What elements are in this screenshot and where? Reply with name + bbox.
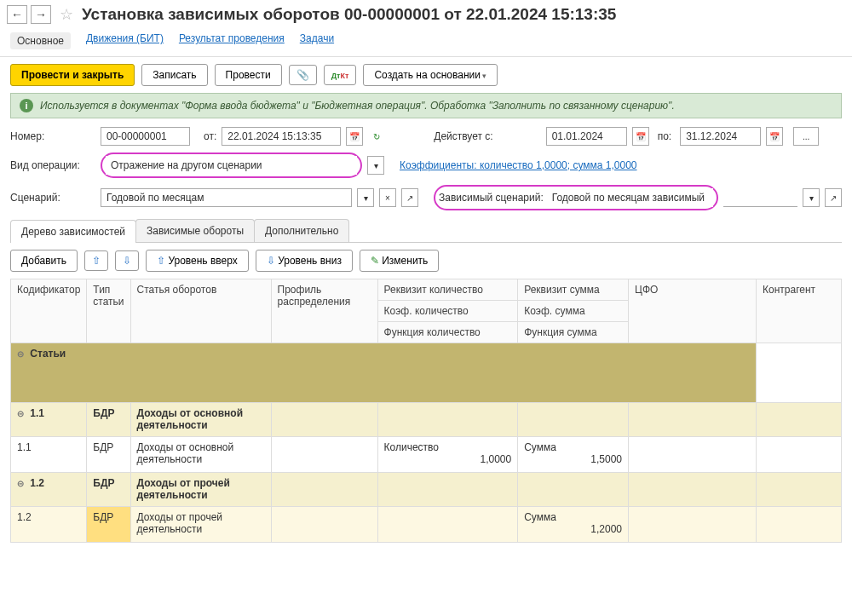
edit-row-button[interactable]: ✎ Изменить xyxy=(360,250,439,272)
level-up-button[interactable]: ⇧ Уровень вверх xyxy=(146,250,249,272)
tab-posting-result[interactable]: Результат проведения xyxy=(179,32,285,49)
collapse-icon[interactable]: ⊝ xyxy=(17,409,24,418)
save-button[interactable]: Записать xyxy=(141,64,207,86)
attach-icon-button[interactable]: 📎 xyxy=(289,65,317,85)
dependency-grid[interactable]: Кодификатор Тип статьи Статья оборотов П… xyxy=(10,279,842,543)
subtab-dependency-tree[interactable]: Дерево зависимостей xyxy=(10,220,136,243)
col-type: Тип статьи xyxy=(87,279,130,343)
calendar-icon[interactable]: 📅 xyxy=(346,127,363,146)
col-cfo: ЦФО xyxy=(629,279,757,343)
dep-scenario-input[interactable]: Годовой по месяцам зависимый xyxy=(547,188,713,207)
favorite-star-icon[interactable]: ☆ xyxy=(60,5,73,24)
subtab-additional[interactable]: Дополнительно xyxy=(254,219,349,242)
number-label: Номер: xyxy=(10,130,95,142)
op-type-input[interactable]: Отражение на другом сценарии xyxy=(106,156,357,175)
scenario-dropdown-icon[interactable]: ▾ xyxy=(357,188,374,207)
nav-back-button[interactable]: ← xyxy=(7,5,27,24)
dep-scenario-open-icon[interactable]: ↗ xyxy=(825,188,842,207)
col-contragent: Контрагент xyxy=(757,279,842,343)
dep-scenario-dropdown-icon[interactable]: ▾ xyxy=(803,188,820,207)
info-text: Используется в документах "Форма ввода б… xyxy=(40,100,675,112)
table-row[interactable]: 1.1 БДР Доходы от основной деятельности … xyxy=(11,437,842,473)
post-button[interactable]: Провести xyxy=(215,64,282,86)
group-row-articles[interactable]: ⊝ Статьи xyxy=(11,343,842,403)
nav-forward-button[interactable]: → xyxy=(31,5,51,24)
active-to-input[interactable]: 31.12.2024 xyxy=(680,127,761,146)
more-dates-button[interactable]: ... xyxy=(793,127,819,146)
date-input[interactable]: 22.01.2024 15:13:35 xyxy=(222,127,341,146)
coefficients-link[interactable]: Коэффициенты: количество 1,0000; сумма 1… xyxy=(400,159,637,171)
group-row-1-1[interactable]: ⊝ 1.1 БДР Доходы от основной деятельност… xyxy=(11,403,842,437)
post-and-close-button[interactable]: Провести и закрыть xyxy=(10,64,135,86)
scenario-label: Сценарий: xyxy=(10,192,95,204)
col-article: Статья оборотов xyxy=(130,279,271,343)
dep-scenario-label: Зависимый сценарий: xyxy=(439,192,544,204)
col-code: Кодификатор xyxy=(11,279,87,343)
col-coef-qty: Коэф. количество xyxy=(377,301,518,322)
level-down-button[interactable]: ⇩ Уровень вниз xyxy=(256,250,353,272)
info-icon: i xyxy=(20,99,33,112)
op-type-label: Вид операции: xyxy=(10,159,95,171)
tab-movements-bit[interactable]: Движения (БИТ) xyxy=(86,32,164,49)
move-up-button[interactable]: ⇧ xyxy=(84,250,108,271)
page-title: Установка зависимых оборотов 00-00000001… xyxy=(82,5,616,24)
col-req-sum: Реквизит сумма xyxy=(518,279,629,301)
col-coef-sum: Коэф. сумма xyxy=(518,301,629,322)
create-based-on-button[interactable]: Создать на основании xyxy=(363,64,498,86)
table-row[interactable]: 1.2 БДР Доходы от прочей деятельности Су… xyxy=(11,507,842,543)
calendar-from-icon[interactable]: 📅 xyxy=(632,127,649,146)
col-func-qty: Функция количество xyxy=(377,322,518,343)
active-from-label: Действует с: xyxy=(434,130,492,142)
collapse-icon[interactable]: ⊝ xyxy=(17,349,24,359)
col-profile: Профиль распределения xyxy=(271,279,377,343)
add-row-button[interactable]: Добавить xyxy=(10,250,78,272)
scenario-input[interactable]: Годовой по месяцам xyxy=(101,188,352,207)
collapse-icon[interactable]: ⊝ xyxy=(17,479,24,488)
scenario-clear-icon[interactable]: × xyxy=(379,188,396,207)
move-down-button[interactable]: ⇩ xyxy=(115,250,139,271)
refresh-icon[interactable]: ↻ xyxy=(368,127,385,146)
tab-tasks[interactable]: Задачи xyxy=(300,32,334,49)
to-label: по: xyxy=(658,130,672,142)
group-row-1-2[interactable]: ⊝ 1.2 БДР Доходы от прочей деятельности xyxy=(11,473,842,507)
active-from-input[interactable]: 01.01.2024 xyxy=(546,127,627,146)
op-type-dropdown-icon[interactable]: ▾ xyxy=(367,156,384,175)
tab-main[interactable]: Основное xyxy=(10,32,71,49)
col-req-qty: Реквизит количество xyxy=(377,279,518,301)
calendar-to-icon[interactable]: 📅 xyxy=(766,127,783,146)
info-bar: i Используется в документах "Форма ввода… xyxy=(10,93,842,118)
scenario-open-icon[interactable]: ↗ xyxy=(401,188,418,207)
from-label: от: xyxy=(204,130,216,142)
subtab-dependent-turnovers[interactable]: Зависимые обороты xyxy=(135,219,255,242)
number-input[interactable]: 00-00000001 xyxy=(101,127,190,146)
dtkt-icon-button[interactable]: ДтКт xyxy=(324,65,357,85)
col-func-sum: Функция сумма xyxy=(518,322,629,343)
